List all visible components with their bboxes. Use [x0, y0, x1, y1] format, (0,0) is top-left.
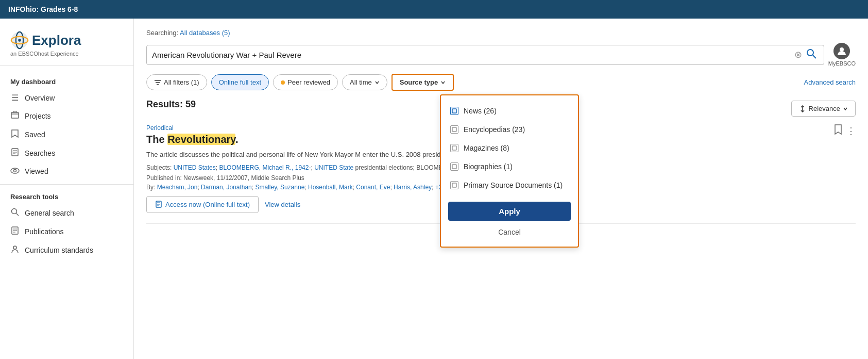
- sidebar-item-general-search[interactable]: General search: [0, 204, 133, 222]
- svg-point-11: [13, 246, 16, 249]
- sidebar-item-viewed[interactable]: Viewed: [0, 162, 133, 180]
- filter-bar: All filters (1) Online full text Peer re…: [146, 74, 856, 91]
- dropdown-item-magazines[interactable]: Magazines (8): [441, 139, 578, 157]
- encyclopedias-checkbox[interactable]: [450, 125, 458, 134]
- peer-reviewed-button[interactable]: Peer reviewed: [273, 74, 338, 90]
- author-link[interactable]: Smalley, Suzanne: [255, 184, 304, 191]
- more-button[interactable]: ⋮: [846, 125, 856, 137]
- searching-bar: Searching: All databases (5): [146, 29, 856, 37]
- sidebar-item-searches[interactable]: Searches: [0, 144, 133, 162]
- checkbox-check-icon: [452, 108, 457, 113]
- checkbox-empty-icon: [452, 164, 457, 169]
- result-card-actions: ⋮: [834, 124, 856, 137]
- bookmark-button[interactable]: [834, 124, 842, 137]
- sidebar-item-saved[interactable]: Saved: [0, 125, 133, 144]
- result-title-pre: The: [146, 134, 167, 145]
- svg-point-3: [18, 39, 21, 41]
- source-type-button[interactable]: Source type: [392, 74, 454, 91]
- svg-point-7: [14, 170, 16, 172]
- subject-link[interactable]: UNITED States: [174, 164, 216, 171]
- dropdown-apply-button[interactable]: Apply: [448, 202, 571, 221]
- checkbox-empty-icon: [452, 127, 457, 132]
- dashboard-title: My dashboard: [0, 74, 133, 89]
- checkbox-empty-icon: [452, 145, 457, 151]
- sidebar-item-label: Projects: [25, 112, 51, 120]
- dropdown-item-news[interactable]: News (26): [441, 102, 578, 120]
- svg-rect-20: [452, 146, 456, 150]
- online-full-text-label: Online full text: [219, 78, 261, 86]
- dropdown-item-encyclopedias[interactable]: Encyclopedias (23): [441, 120, 578, 139]
- search-input[interactable]: [152, 51, 792, 59]
- svg-rect-4: [11, 112, 19, 118]
- author-link[interactable]: Harris, Ashley: [394, 184, 432, 191]
- online-full-text-button[interactable]: Online full text: [211, 74, 269, 90]
- myebsco-button[interactable]: MyEBSCO: [828, 43, 856, 67]
- logo: Explora: [10, 31, 123, 50]
- svg-line-13: [813, 55, 816, 58]
- search-input-wrap: ⊗: [146, 45, 824, 65]
- sort-button[interactable]: Relevance: [791, 101, 856, 117]
- search-submit-button[interactable]: [804, 48, 819, 61]
- svg-point-6: [11, 168, 19, 173]
- sidebar-item-label: Overview: [25, 94, 55, 102]
- all-time-label: All time: [350, 78, 372, 86]
- svg-rect-18: [452, 109, 456, 113]
- sidebar-item-overview[interactable]: ☰ Overview: [0, 89, 133, 107]
- sidebar-item-label: Viewed: [25, 167, 48, 175]
- dropdown-item-primary-source-documents[interactable]: Primary Source Documents (1): [441, 176, 578, 194]
- tools-title: Research tools: [0, 189, 133, 204]
- publications-icon: [10, 226, 20, 237]
- top-bar: INFOhio: Grades 6-8: [0, 0, 868, 19]
- dropdown-item-biographies[interactable]: Biographies (1): [441, 157, 578, 176]
- logo-icon: [10, 31, 29, 50]
- search-clear-button[interactable]: ⊗: [792, 49, 804, 60]
- search-row: ⊗ MyEBSCO: [146, 43, 856, 67]
- sidebar-item-publications[interactable]: Publications: [0, 222, 133, 241]
- all-time-button[interactable]: All time: [342, 74, 387, 90]
- sidebar-item-label: Searches: [25, 149, 55, 157]
- view-details-link[interactable]: View details: [265, 201, 300, 208]
- overview-icon: ☰: [10, 93, 20, 103]
- sidebar-item-projects[interactable]: Projects: [0, 107, 133, 125]
- author-link[interactable]: Hosenball, Mark: [308, 184, 353, 191]
- author-link[interactable]: Meacham, Jon: [157, 184, 198, 191]
- sidebar-item-curriculum-standards[interactable]: Curriculum standards: [0, 241, 133, 259]
- subject-link[interactable]: UNITED State: [314, 164, 353, 171]
- main-content: Searching: All databases (5) ⊗ MyEBSCO: [134, 19, 868, 359]
- dropdown-item-news-label: News (26): [464, 107, 497, 115]
- dropdown-cancel-button[interactable]: Cancel: [441, 224, 578, 240]
- sidebar-item-label: Saved: [25, 130, 45, 139]
- curriculum-standards-icon: [10, 245, 20, 255]
- author-link[interactable]: Conant, Eve: [356, 184, 390, 191]
- dropdown-item-magazines-label: Magazines (8): [464, 144, 509, 152]
- magazines-checkbox[interactable]: [450, 144, 458, 152]
- sort-icon: [799, 105, 806, 112]
- source-type-chevron-icon: [440, 80, 446, 85]
- checkbox-empty-icon: [452, 183, 457, 188]
- all-filters-button[interactable]: All filters (1): [146, 74, 207, 90]
- advanced-search-link[interactable]: Advanced search: [804, 78, 856, 86]
- primary-source-documents-checkbox[interactable]: [450, 181, 458, 189]
- myebsco-avatar: [833, 43, 850, 59]
- svg-point-14: [840, 47, 844, 52]
- myebsco-label: MyEBSCO: [828, 60, 856, 67]
- databases-link[interactable]: All databases (5): [180, 29, 230, 37]
- sidebar-item-label: General search: [25, 209, 74, 217]
- subjects-label: Subjects:: [146, 164, 172, 171]
- source-type-dropdown: News (26) Encyclopedias (23) Magazines (…: [440, 94, 579, 248]
- access-now-label: Access now (Online full text): [165, 201, 250, 208]
- access-now-button[interactable]: Access now (Online full text): [146, 196, 259, 213]
- svg-rect-21: [452, 165, 456, 169]
- author-link[interactable]: Darman, Jonathan: [201, 184, 252, 191]
- sidebar-divider: [0, 184, 133, 185]
- biographies-checkbox[interactable]: [450, 162, 458, 171]
- svg-rect-19: [452, 127, 456, 132]
- subject-link[interactable]: BLOOMBERG, Michael R., 1942-: [219, 164, 311, 171]
- news-checkbox[interactable]: [450, 107, 458, 115]
- logo-name: Explora: [32, 32, 81, 48]
- sort-chevron-icon: [843, 106, 848, 111]
- dropdown-cancel-label: Cancel: [498, 228, 521, 236]
- svg-point-8: [12, 209, 17, 214]
- svg-point-12: [807, 50, 813, 56]
- chevron-down-icon: [375, 80, 380, 85]
